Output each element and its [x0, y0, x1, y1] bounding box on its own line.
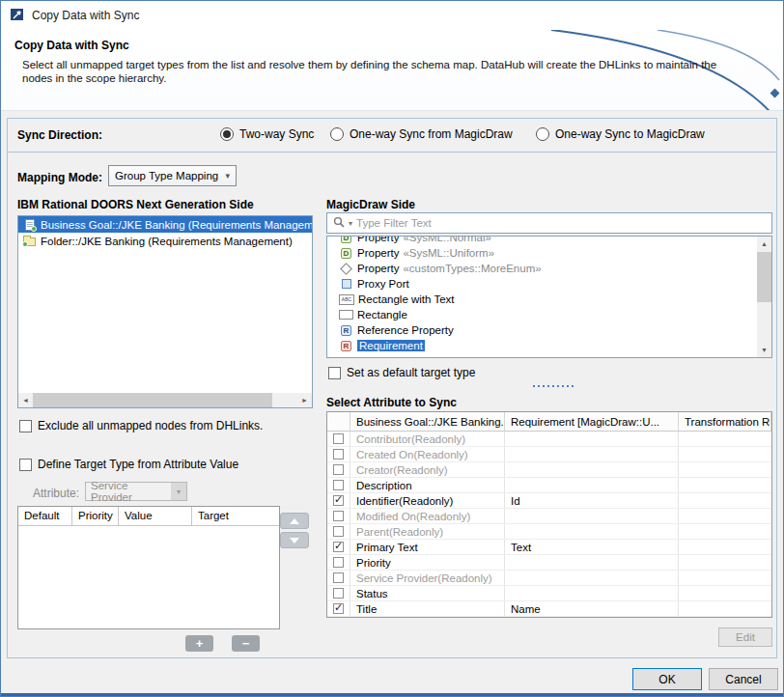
- radio-option-one-way-from-magicdraw[interactable]: One-way Sync from MagicDraw: [330, 127, 513, 141]
- scroll-up-icon[interactable]: [757, 237, 771, 251]
- attribute-value-table[interactable]: Default Priority Value Target: [17, 506, 280, 629]
- attribute-label: Attribute:: [33, 487, 79, 500]
- define-target-type-checkbox-row[interactable]: Define Target Type from Attribute Value: [19, 458, 238, 471]
- row-checkbox-cell[interactable]: [327, 447, 350, 461]
- property-icon: [339, 236, 353, 244]
- checkbox-icon[interactable]: [333, 572, 344, 583]
- attribute-row[interactable]: Creator(Readonly): [327, 462, 771, 478]
- row-checkbox-cell[interactable]: [327, 586, 350, 600]
- checkbox-icon[interactable]: [333, 526, 344, 537]
- type-item-rectangle[interactable]: Rectangle: [327, 307, 771, 322]
- type-item-reference-property[interactable]: Reference Property: [327, 322, 771, 338]
- folder-icon: [22, 235, 37, 247]
- checkbox-icon[interactable]: [333, 449, 344, 460]
- radio-icon[interactable]: [330, 127, 344, 141]
- type-item-requirement[interactable]: Requirement: [327, 338, 771, 353]
- scrollbar-thumb[interactable]: [33, 393, 272, 407]
- target-attribute: [505, 447, 679, 461]
- column-header-priority: Priority: [72, 507, 119, 525]
- attribute-row[interactable]: Status: [327, 586, 771, 601]
- checkbox-icon[interactable]: [333, 603, 344, 614]
- type-name: Property: [357, 247, 399, 259]
- chevron-down-icon[interactable]: [349, 219, 352, 228]
- type-item-property-uniform[interactable]: Property «SysML::Uniform»: [327, 245, 771, 261]
- transformation-rule: [679, 493, 771, 508]
- checkbox-icon[interactable]: [333, 557, 344, 568]
- checkbox-icon[interactable]: [333, 464, 344, 475]
- attribute-row[interactable]: Title Name: [327, 601, 771, 617]
- sync-direction-row: Sync Direction: Two-way Sync One-way Syn…: [8, 119, 776, 153]
- ok-button[interactable]: OK: [632, 668, 702, 690]
- attribute-row[interactable]: Service Provider(Readonly): [327, 571, 771, 586]
- radio-option-two-way-sync[interactable]: Two-way Sync: [220, 127, 314, 141]
- tree-item-folder[interactable]: Folder::/JKE Banking (Requirements Manag…: [18, 233, 312, 249]
- type-item-property-moreenum[interactable]: Property «customTypes::MoreEnum»: [327, 261, 771, 276]
- mapping-mode-select[interactable]: Group Type Mapping: [108, 165, 237, 186]
- edit-button: Edit: [718, 627, 772, 647]
- radio-icon[interactable]: [536, 127, 549, 141]
- scrollbar-thumb[interactable]: [757, 252, 771, 302]
- checkbox-icon[interactable]: [333, 480, 344, 490]
- attribute-row[interactable]: Primary Text Text: [327, 540, 771, 555]
- checkbox-icon[interactable]: [333, 588, 344, 599]
- row-checkbox-cell[interactable]: [327, 524, 350, 539]
- row-checkbox-cell[interactable]: [327, 571, 350, 585]
- row-checkbox-cell[interactable]: [327, 493, 350, 508]
- cancel-button[interactable]: Cancel: [709, 668, 778, 690]
- checkbox-icon[interactable]: [19, 459, 32, 471]
- type-item-property-normal[interactable]: Property «SysML::Normal»: [327, 236, 771, 245]
- radio-icon[interactable]: [220, 127, 234, 141]
- row-checkbox-cell[interactable]: [327, 540, 350, 554]
- dialog-heading: Copy Data with Sync: [14, 39, 129, 52]
- attribute-name: Contributor(Readonly): [350, 432, 505, 446]
- type-item-rectangle-with-text[interactable]: Rectangle with Text: [327, 292, 771, 307]
- scroll-down-icon[interactable]: [757, 343, 771, 357]
- attribute-row[interactable]: Identifier(Readonly) Id: [327, 493, 771, 509]
- attribute-row[interactable]: Description: [327, 478, 771, 493]
- row-checkbox-cell[interactable]: [327, 509, 350, 523]
- row-checkbox-cell[interactable]: [327, 478, 350, 492]
- attribute-row[interactable]: Priority: [327, 555, 771, 571]
- row-checkbox-cell[interactable]: [327, 462, 350, 477]
- chevron-down-icon: [225, 171, 230, 181]
- row-checkbox-cell[interactable]: [327, 601, 350, 616]
- attribute-row[interactable]: Created On(Readonly): [327, 447, 771, 462]
- type-name: Property: [357, 236, 399, 243]
- move-up-button: [280, 513, 309, 529]
- scroll-left-icon[interactable]: [18, 393, 33, 407]
- attribute-name: Modified On(Readonly): [350, 509, 505, 523]
- checkbox-icon[interactable]: [333, 433, 344, 444]
- dialog-description: Select all unmapped target types from th…: [22, 58, 716, 85]
- title-bar[interactable]: Copy Data with Sync: [1, 1, 783, 30]
- add-button: [185, 635, 213, 652]
- attribute-row[interactable]: Parent(Readonly): [327, 524, 771, 540]
- set-default-target-checkbox-row[interactable]: Set as default target type: [328, 366, 475, 379]
- horizontal-scrollbar[interactable]: [18, 393, 312, 407]
- magicdraw-type-list[interactable]: Property «SysML::Normal» Property «SysML…: [326, 236, 772, 358]
- checkbox-icon[interactable]: [333, 542, 344, 552]
- down-arrow-icon: [290, 538, 299, 544]
- doors-node-tree[interactable]: Business Goal::/JKE Banking (Requirement…: [17, 215, 313, 408]
- attribute-sync-table[interactable]: Business Goal::/JKE Banking... Requireme…: [326, 411, 772, 618]
- row-checkbox-cell[interactable]: [327, 555, 350, 570]
- attribute-name: Service Provider(Readonly): [350, 571, 505, 585]
- checkbox-icon[interactable]: [333, 495, 344, 506]
- type-filter-input[interactable]: Type Filter Text: [326, 212, 772, 234]
- radio-option-one-way-to-magicdraw[interactable]: One-way Sync to MagicDraw: [536, 127, 705, 141]
- attribute-row[interactable]: Contributor(Readonly): [327, 432, 771, 447]
- transformation-rule: [679, 555, 771, 570]
- checkbox-icon[interactable]: [328, 367, 341, 379]
- tree-item-business-goal[interactable]: Business Goal::/JKE Banking (Requirement…: [18, 216, 312, 233]
- row-checkbox-cell[interactable]: [327, 432, 350, 446]
- value-table-header: Default Priority Value Target: [18, 507, 279, 526]
- splitter-handle[interactable]: [533, 385, 575, 387]
- checkbox-icon[interactable]: [19, 420, 32, 432]
- scroll-right-icon[interactable]: [297, 393, 312, 407]
- description-line: Select all unmapped target types from th…: [22, 58, 716, 71]
- exclude-unmapped-checkbox-row[interactable]: Exclude all unmapped nodes from DHLinks.: [19, 419, 263, 432]
- attribute-row[interactable]: Modified On(Readonly): [327, 509, 771, 524]
- checkbox-icon[interactable]: [333, 511, 344, 521]
- type-name: Rectangle: [357, 309, 407, 321]
- vertical-scrollbar[interactable]: [757, 237, 771, 357]
- type-item-proxy-port[interactable]: Proxy Port: [327, 276, 771, 292]
